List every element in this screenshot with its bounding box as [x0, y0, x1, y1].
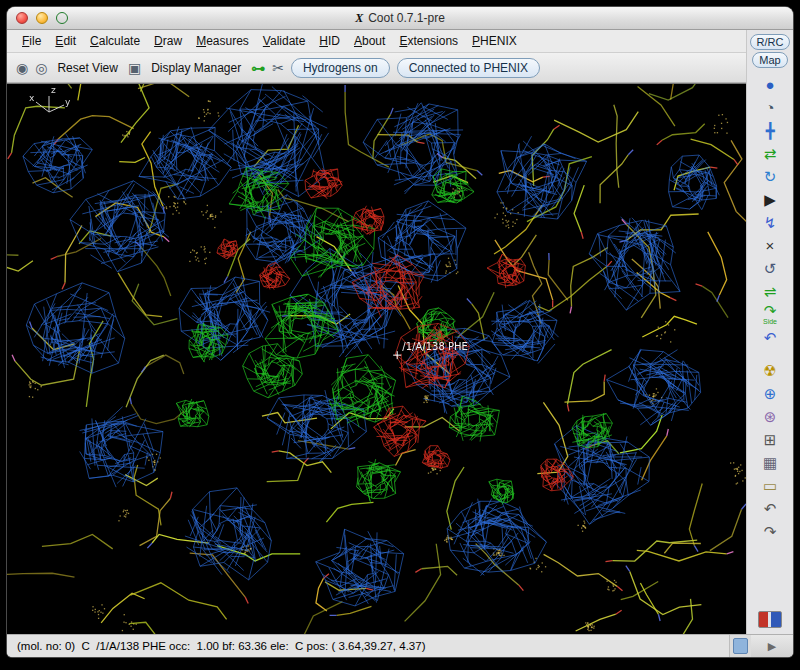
close-button[interactable] — [16, 12, 28, 24]
toolbar: ◉ ◎ Reset View ▣ Display Manager ⊶ ✂ Hyd… — [7, 53, 746, 83]
corner-expander[interactable]: ▶ — [751, 635, 793, 657]
main-row: FileEditCalculateDrawMeasuresValidateHID… — [7, 30, 793, 634]
side-chain-180-icon[interactable]: ↷Side — [755, 303, 785, 325]
plus-box-icon[interactable]: ⊞ — [755, 428, 785, 450]
spiral-icon[interactable]: ↻ — [755, 165, 785, 187]
menu-measures[interactable]: Measures — [189, 31, 256, 51]
clock-icon[interactable]: ◔ — [755, 96, 785, 118]
titlebar[interactable]: X Coot 0.7.1-pre — [7, 7, 793, 30]
minimize-button[interactable] — [36, 12, 48, 24]
menu-validate[interactable]: Validate — [256, 31, 313, 51]
axis-x-label: x — [29, 93, 34, 103]
phenix-status-button[interactable]: Connected to PHENIX — [397, 58, 540, 78]
gl-viewport[interactable]: z y x /1/A/138 PHE — [7, 83, 746, 634]
orbit-arrow-icon[interactable]: ↺ — [755, 257, 785, 279]
menu-edit[interactable]: Edit — [48, 31, 83, 51]
gl-canvas[interactable] — [7, 84, 746, 634]
reset-view-button[interactable]: Reset View — [54, 59, 120, 77]
menu-hid[interactable]: HID — [312, 31, 347, 51]
rrc-button[interactable]: R/RC — [750, 34, 791, 50]
bullseye-icon[interactable]: ◎ — [35, 61, 47, 75]
scissors-icon[interactable]: ✂ — [272, 61, 284, 75]
target-icon[interactable]: ◉ — [16, 61, 28, 75]
right-toolbar: R/RC Map ●◔╋⇄↻▶↯×↺⇌↷Side↶☢⊕⊛⊞▦▭↶↷ — [746, 30, 793, 634]
menu-calculate[interactable]: Calculate — [83, 31, 147, 51]
image-icon[interactable] — [758, 611, 782, 628]
menubar: FileEditCalculateDrawMeasuresValidateHID… — [7, 30, 746, 53]
zigzag-arrow-icon[interactable]: ↯ — [755, 211, 785, 233]
axes-indicator: z y x — [29, 88, 73, 128]
status-bar: (mol. no: 0) C /1/A/138 PHE occ: 1.00 bf… — [7, 635, 730, 657]
residue-label: /1/A/138 PHE — [402, 341, 467, 352]
window-title-area: X Coot 0.7.1-pre — [7, 7, 793, 29]
display-manager-icon[interactable]: ▣ — [128, 61, 141, 75]
map-button[interactable]: Map — [752, 52, 787, 68]
left-column: FileEditCalculateDrawMeasuresValidateHID… — [7, 30, 746, 634]
cross-arrows-icon[interactable]: ╋ — [755, 119, 785, 141]
window-controls — [16, 12, 68, 24]
menu-file[interactable]: File — [15, 31, 48, 51]
icon-strip: ●◔╋⇄↻▶↯×↺⇌↷Side↶☢⊕⊛⊞▦▭↶↷ — [747, 73, 793, 632]
x-icon[interactable]: × — [755, 234, 785, 256]
axis-z-label: z — [51, 85, 56, 95]
menu-draw[interactable]: Draw — [147, 31, 189, 51]
hydrogens-toggle-button[interactable]: Hydrogens on — [291, 58, 390, 78]
x11-icon: X — [355, 12, 363, 24]
maximize-button[interactable] — [56, 12, 68, 24]
redo-icon[interactable]: ↷ — [755, 520, 785, 542]
equilibrium-arrows-icon[interactable]: ⇌ — [755, 280, 785, 302]
expander-triangle-icon: ▶ — [768, 640, 776, 653]
key-icon[interactable]: ⊶ — [251, 61, 265, 75]
app-window: X Coot 0.7.1-pre FileEditCalculateDrawMe… — [7, 7, 793, 657]
menu-phenix[interactable]: PHENIX — [465, 31, 524, 51]
window-title: Coot 0.7.1-pre — [368, 11, 445, 25]
curved-arrow-icon[interactable]: ↶ — [755, 326, 785, 348]
plus-circle-icon[interactable]: ⊕ — [755, 382, 785, 404]
axis-y-label: y — [65, 97, 70, 107]
cylinder-icon[interactable]: ▭ — [755, 474, 785, 496]
display-manager-button[interactable]: Display Manager — [148, 59, 244, 77]
pointer-triangle-icon[interactable]: ▶ — [755, 188, 785, 210]
menu-about[interactable]: About — [347, 31, 392, 51]
undo-icon[interactable]: ↶ — [755, 497, 785, 519]
asterisk-icon[interactable]: ⊛ — [755, 405, 785, 427]
radioactive-icon[interactable]: ☢ — [755, 359, 785, 381]
scrollbar-thumb[interactable] — [733, 638, 748, 654]
status-row: (mol. no: 0) C /1/A/138 PHE occ: 1.00 bf… — [7, 634, 793, 657]
sphere-icon[interactable]: ● — [755, 73, 785, 95]
grid-icon[interactable]: ▦ — [755, 451, 785, 473]
double-arrows-icon[interactable]: ⇄ — [755, 142, 785, 164]
menu-extensions[interactable]: Extensions — [392, 31, 465, 51]
